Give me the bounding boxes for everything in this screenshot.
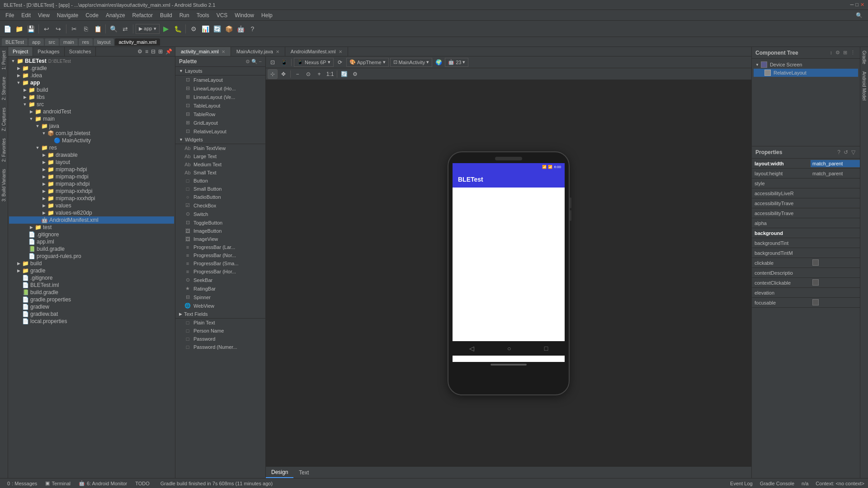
- palette-item-plain-textview[interactable]: Ab Plain TextView: [175, 144, 265, 152]
- palette-item-ratingbar[interactable]: ★ RatingBar: [175, 284, 265, 293]
- tree-item-values[interactable]: ▶ 📁 values: [9, 202, 174, 209]
- palette-item-medium-text[interactable]: Ab Medium Text: [175, 160, 265, 169]
- tree-item-bletest-root[interactable]: ▼ 📁 BLETest D:\BLETest: [9, 57, 174, 65]
- tree-item-java[interactable]: ▼ 📁 java: [9, 122, 174, 130]
- activity-dropdown[interactable]: ⊡ MainActivity ▾: [390, 58, 433, 67]
- breadcrumb-bletest[interactable]: BLETest: [2, 38, 28, 46]
- prop-accessibility-live-value[interactable]: [811, 192, 860, 194]
- close-mainactivity-tab[interactable]: ✕: [276, 49, 279, 54]
- canvas-zoom-100-btn[interactable]: 1:1: [325, 69, 335, 79]
- tree-item-androidmanifest[interactable]: 🤖 AndroidManifest.xml: [9, 216, 174, 224]
- toolbar-replace[interactable]: ⇄: [120, 23, 131, 34]
- canvas-refresh-btn[interactable]: 🔄: [339, 69, 349, 79]
- tree-item-package[interactable]: ▼ 📦 com.lgl.bletest: [9, 130, 174, 137]
- canvas-zoom-out-btn[interactable]: −: [292, 69, 302, 79]
- palette-search-icon[interactable]: 🔍: [251, 59, 258, 65]
- tree-item-local-props[interactable]: 📄 local.properties: [9, 318, 174, 325]
- palette-settings-icon[interactable]: ⚙: [245, 59, 250, 65]
- prop-background-value[interactable]: [811, 232, 860, 234]
- tab-activity-main-xml[interactable]: activity_main.xml ✕: [175, 47, 231, 56]
- palette-item-checkbox[interactable]: ☑ CheckBox: [175, 201, 265, 210]
- toolbar-btn-9[interactable]: 📦: [223, 23, 234, 34]
- close-androidmanifest-tab[interactable]: ✕: [339, 49, 342, 54]
- event-log-btn[interactable]: Event Log: [730, 481, 753, 486]
- toolbar-redo[interactable]: ↪: [53, 23, 64, 34]
- menu-file[interactable]: File: [2, 11, 18, 19]
- theme-dropdown[interactable]: 🎨 AppTheme ▾: [346, 58, 389, 67]
- palette-item-gridlayout[interactable]: ⊞ GridLayout: [175, 118, 265, 127]
- tab-design[interactable]: Design: [266, 467, 293, 478]
- prop-elevation-value[interactable]: [811, 292, 860, 294]
- ct-expand-icon[interactable]: ⊞: [842, 49, 848, 56]
- ct-settings-icon[interactable]: ⋮: [849, 49, 856, 56]
- menu-window[interactable]: Window: [231, 11, 258, 19]
- collapse-icon[interactable]: ⊟: [150, 47, 156, 56]
- tree-item-idea[interactable]: ▶ 📁 .idea: [9, 72, 174, 79]
- palette-section-layouts-header[interactable]: ▼ Layouts: [175, 67, 265, 75]
- context-clickable-checkbox[interactable]: [812, 279, 819, 286]
- tree-item-app[interactable]: ▼ 📁 app: [9, 79, 174, 86]
- pin-icon[interactable]: 📌: [165, 47, 173, 56]
- tree-item-mipmap-mdpi[interactable]: ▶ 📁 mipmap-mdpi: [9, 173, 174, 180]
- canvas-settings-btn[interactable]: ⚙: [350, 69, 360, 79]
- palette-item-plain-text[interactable]: □ Plain Text: [175, 319, 265, 327]
- close-btn[interactable]: ✕: [860, 2, 864, 8]
- tab-scratches[interactable]: Scratches: [65, 47, 96, 56]
- tree-item-mipmap-hdpi[interactable]: ▶ 📁 mipmap-hdpi: [9, 166, 174, 173]
- canvas-btn-screen[interactable]: ⊡: [268, 57, 278, 67]
- tab-android-model[interactable]: Android Model: [860, 68, 868, 104]
- tab-todo[interactable]: TODO: [132, 480, 153, 487]
- tree-item-build-app[interactable]: ▶ 📁 build: [9, 86, 174, 94]
- canvas-zoom-in-btn[interactable]: +: [314, 69, 324, 79]
- close-activity-main-tab[interactable]: ✕: [222, 49, 225, 54]
- toolbar-new[interactable]: 📄: [2, 23, 13, 34]
- tab-messages[interactable]: 0 : Messages: [4, 480, 41, 487]
- prop-help-icon[interactable]: ?: [836, 148, 841, 156]
- palette-item-progressbar-normal[interactable]: ≡ ProgressBar (Nor...: [175, 251, 265, 259]
- prop-refresh-icon[interactable]: ↺: [843, 148, 849, 156]
- palette-item-progressbar-small[interactable]: ≡ ProgressBar (Sma...: [175, 259, 265, 267]
- palette-section-textfields-header[interactable]: ▶ Text Fields: [175, 310, 265, 319]
- focusable-checkbox[interactable]: [812, 299, 819, 305]
- prop-accessibility-trave-2-value[interactable]: [811, 212, 860, 214]
- tree-item-res[interactable]: ▼ 📁 res: [9, 144, 174, 151]
- prop-layout-height-value[interactable]: match_parent: [811, 170, 860, 177]
- canvas-btn-phone[interactable]: 📱: [279, 57, 289, 67]
- tab-text[interactable]: Text: [293, 468, 314, 478]
- menu-vcs[interactable]: VCS: [213, 11, 231, 19]
- menu-tools[interactable]: Tools: [193, 11, 213, 19]
- palette-item-password-num[interactable]: □ Password (Numer...: [175, 343, 265, 351]
- toolbar-find[interactable]: 🔍: [108, 23, 119, 34]
- prop-style-value[interactable]: [811, 183, 860, 184]
- breadcrumb-res[interactable]: res: [79, 38, 93, 46]
- tree-item-build-root[interactable]: ▶ 📁 build: [9, 260, 174, 267]
- palette-item-progressbar-large[interactable]: ≡ ProgressBar (Lar...: [175, 243, 265, 251]
- prop-layout-width-value[interactable]: match_parent: [811, 160, 860, 167]
- palette-item-tablelayout[interactable]: ⊡ TableLayout: [175, 101, 265, 110]
- palette-collapse-icon[interactable]: −: [259, 59, 262, 65]
- menu-navigate[interactable]: Navigate: [53, 11, 82, 19]
- tree-item-bletest-iml[interactable]: 📄 BLETest.iml: [9, 282, 174, 289]
- tab-project[interactable]: 1: Project: [0, 47, 8, 73]
- prop-background-tintm-value[interactable]: [811, 252, 860, 254]
- palette-item-seekbar[interactable]: ⊙ SeekBar: [175, 276, 265, 284]
- breadcrumb-activity-main[interactable]: activity_main.xml: [115, 38, 160, 46]
- menu-code[interactable]: Code: [82, 11, 102, 19]
- prop-alpha-value[interactable]: [811, 222, 860, 224]
- tree-item-gradle-root[interactable]: ▶ 📁 gradle: [9, 267, 174, 274]
- tree-item-gradlew-bat[interactable]: 📄 gradlew.bat: [9, 310, 174, 318]
- toolbar-cut[interactable]: ✂: [69, 23, 80, 34]
- tree-item-mainactivity[interactable]: 🔵 MainActivity: [9, 137, 174, 144]
- palette-item-webview[interactable]: 🌐 WebView: [175, 301, 265, 310]
- toolbar-copy[interactable]: ⎘: [80, 23, 91, 34]
- palette-item-framelayout[interactable]: ⊡ FrameLayout: [175, 75, 265, 84]
- toolbar-undo[interactable]: ↩: [41, 23, 52, 34]
- device-dropdown[interactable]: 📱 Nexus 6P ▾: [294, 58, 334, 67]
- tab-structure[interactable]: 2: Structure: [0, 73, 8, 104]
- tree-item-gradlew[interactable]: 📄 gradlew: [9, 303, 174, 310]
- breadcrumb-main[interactable]: main: [60, 38, 78, 46]
- prop-focusable-value[interactable]: [811, 298, 860, 307]
- tab-project-panel[interactable]: Project: [8, 47, 33, 56]
- settings-gear-icon[interactable]: ⚙: [137, 47, 143, 56]
- tree-item-app-iml[interactable]: 📄 app.iml: [9, 238, 174, 245]
